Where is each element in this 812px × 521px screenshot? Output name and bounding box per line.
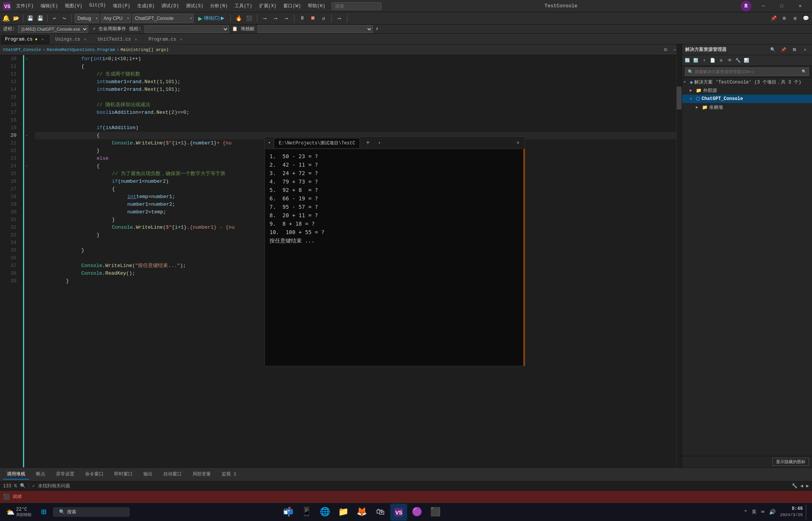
solution-float-icon[interactable]: ⧉	[791, 46, 798, 54]
app-config-dropdown[interactable]: ChatGPT_Console	[132, 14, 194, 23]
show-desktop-button[interactable]	[806, 505, 809, 520]
console-tab-dropdown[interactable]: ▾	[375, 138, 383, 147]
tree-chatgpt-console[interactable]: ▾ ⬡ ChatGPT_Console	[682, 95, 812, 103]
user-avatar[interactable]: R	[741, 1, 751, 11]
editor-split-button[interactable]: ⧉	[662, 46, 669, 54]
stop-button[interactable]: ⏹	[308, 14, 317, 23]
solution-pin-icon[interactable]: 📌	[780, 46, 787, 54]
title-search-input[interactable]	[332, 2, 381, 10]
layout-button[interactable]: ⊞	[780, 14, 789, 23]
menu-test[interactable]: 测试(S)	[183, 1, 207, 11]
continue-button[interactable]: ▶ 继续(C) ▶	[195, 14, 227, 22]
menu-extensions[interactable]: 扩展(X)	[256, 1, 280, 11]
taskbar-store-app[interactable]: 🛍	[372, 504, 389, 521]
taskbar-mail-app[interactable]: 📬	[280, 504, 297, 521]
pin-button[interactable]: 📌	[769, 14, 778, 23]
bottom-tab-auto[interactable]: 自动窗口	[159, 469, 186, 480]
bottom-tab-locals[interactable]: 局部变量	[189, 469, 215, 480]
process-selector[interactable]: [14652] ChatGPT_Console.exe	[18, 25, 88, 33]
sol-toolbar-btn-8[interactable]: 📊	[743, 57, 750, 64]
step-into-button[interactable]: ⟶	[271, 14, 280, 23]
menu-debug[interactable]: 调试(D)	[158, 1, 182, 11]
save-all-button[interactable]: 💾	[36, 14, 45, 23]
zoom-level[interactable]: 133 %	[3, 483, 17, 489]
solution-close-icon[interactable]: ✕	[801, 46, 809, 54]
speaker-icon[interactable]: 🔊	[768, 507, 777, 517]
toolbar-btn-2[interactable]: ⬛	[245, 14, 254, 23]
solution-root[interactable]: ▾ ◈ 解决方案 'TestConsole' (3 个项目，共 3 个)	[682, 78, 812, 86]
breadcrumb-method[interactable]: Main(string[] args)	[120, 48, 168, 52]
breadcrumb-class[interactable]: RandomMathQuestions.Program	[47, 48, 115, 52]
keyboard-icon[interactable]: ⌨	[759, 507, 766, 517]
taskbar-chrome-app[interactable]: 🌐	[317, 504, 334, 521]
editor-scrollbar[interactable]	[676, 55, 682, 467]
feedback-button[interactable]: 💬	[801, 14, 810, 23]
callstack-selector[interactable]	[258, 25, 373, 33]
bottom-tab-callstack[interactable]: 调用堆栈	[3, 469, 29, 480]
taskbar-weather[interactable]: ⛅ 22°C 局部晴朗	[3, 507, 35, 518]
next-btn[interactable]: ⟶	[335, 14, 344, 23]
taskbar-terminal-app[interactable]: ⬛	[427, 504, 444, 521]
sol-toolbar-btn-7[interactable]: 🔧	[734, 57, 742, 64]
tray-chevron[interactable]: ⌃	[743, 507, 749, 517]
console-tab[interactable]: E:\NetProjects\测试项目\TestC	[274, 138, 360, 148]
redo-button[interactable]: ↪	[60, 14, 69, 23]
sol-toolbar-btn-4[interactable]: 📄	[709, 57, 717, 64]
bottom-tab-exceptions[interactable]: 异常设置	[52, 469, 78, 480]
sol-toolbar-btn-1[interactable]: 🔄	[684, 57, 691, 64]
tree-dependencies[interactable]: ▶ 📁 依赖项	[682, 103, 812, 111]
tab-program-cs-2[interactable]: Program.cs ✕	[143, 34, 189, 44]
scroll-thumb[interactable]	[677, 87, 682, 110]
tab-close-3[interactable]: ✕	[133, 37, 138, 42]
menu-edit[interactable]: 编辑(E)	[38, 1, 61, 11]
tab-program-cs-1[interactable]: Program.cs ● ✕	[0, 34, 50, 44]
tab-close-2[interactable]: ✕	[82, 37, 88, 42]
console-window[interactable]: ▪ E:\NetProjects\测试项目\TestC + ▾ ✕ 1. 50 …	[265, 136, 525, 366]
taskbar-clock[interactable]: 8:46 2024/3/25	[780, 506, 803, 518]
console-add-tab-button[interactable]: +	[363, 138, 372, 147]
close-button[interactable]: ✕	[791, 0, 809, 12]
sol-toolbar-btn-6[interactable]: 👁	[726, 57, 733, 64]
fix-icon[interactable]: 🔧	[792, 483, 797, 489]
restart-button[interactable]: ↺	[319, 14, 328, 23]
show-hidden-icons-button[interactable]: 显示隐藏的图标	[773, 458, 809, 466]
bottom-tab-output[interactable]: 输出	[140, 469, 156, 480]
minimize-button[interactable]: —	[754, 0, 772, 12]
sol-toolbar-btn-3[interactable]: ⬆	[700, 57, 708, 64]
menu-window[interactable]: 窗口(W)	[280, 1, 304, 11]
menu-help[interactable]: 帮助(H)	[305, 1, 329, 11]
thread-selector[interactable]	[145, 25, 229, 33]
open-button[interactable]: 📂	[12, 14, 21, 23]
taskbar-purple-app[interactable]: 🟣	[409, 504, 426, 521]
tree-external-sources[interactable]: ▶ 📁 外部源	[682, 86, 812, 95]
bottom-tab-breakpoints[interactable]: 断点	[32, 469, 49, 480]
fold-24[interactable]: ▾	[24, 162, 29, 170]
menu-file[interactable]: 文件(F)	[13, 1, 37, 11]
menu-git[interactable]: Git(G)	[86, 1, 109, 11]
bottom-tab-watch[interactable]: 监视 1	[218, 469, 240, 480]
console-close-button[interactable]: ✕	[514, 139, 522, 147]
bottom-tab-immediate[interactable]: 即时窗口	[110, 469, 136, 480]
save-button[interactable]: 💾	[26, 14, 35, 23]
pause-button[interactable]: ⏸	[298, 14, 307, 23]
solution-search-input[interactable]	[695, 69, 802, 74]
hot-reload-button[interactable]: 🔥	[234, 14, 243, 23]
taskbar-browser-app[interactable]: 🦊	[353, 504, 370, 521]
cpu-config-dropdown[interactable]: Any CPU	[101, 14, 131, 23]
sol-toolbar-btn-5[interactable]: ⊞	[717, 57, 725, 64]
taskbar-code-app[interactable]: VS	[390, 504, 407, 521]
lang-indicator[interactable]: 英	[750, 507, 758, 517]
undo-button[interactable]: ↩	[50, 14, 59, 23]
solution-search-icon[interactable]: 🔍	[769, 46, 777, 54]
taskbar-explorer-app[interactable]: 📁	[335, 504, 352, 521]
tab-unittest1-cs[interactable]: UnitTest1.cs ✕	[93, 34, 143, 44]
bottom-tab-command[interactable]: 命令窗口	[81, 469, 107, 480]
taskbar-phone-link-app[interactable]: 📱	[298, 504, 315, 521]
tab-usings-cs[interactable]: Usings.cs ✕	[50, 34, 93, 44]
menu-analyze[interactable]: 分析(N)	[207, 1, 231, 11]
menu-build[interactable]: 生成(B)	[134, 1, 158, 11]
step-out-button[interactable]: ⟶	[282, 14, 291, 23]
tab-close-4[interactable]: ✕	[178, 37, 184, 42]
taskbar-search-bar[interactable]: 🔍 搜索	[53, 507, 130, 517]
step-over-button[interactable]: ⟶	[260, 14, 270, 23]
